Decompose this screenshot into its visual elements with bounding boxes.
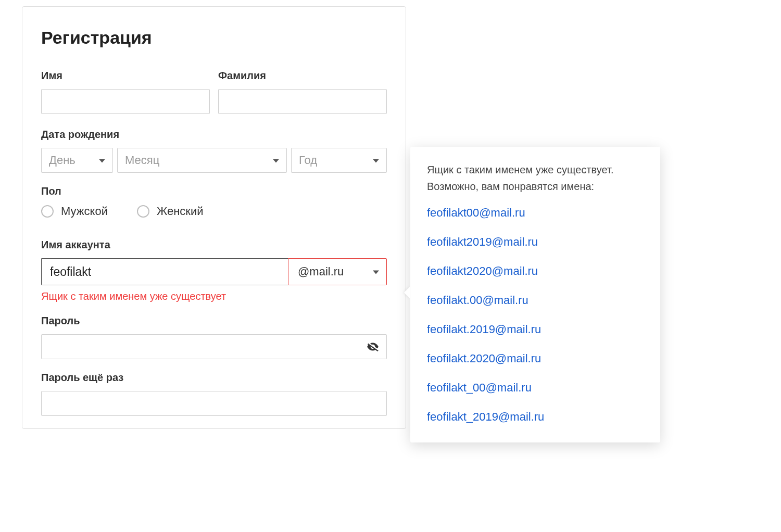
first-name-input[interactable] xyxy=(41,89,210,114)
password-block: Пароль xyxy=(41,315,387,359)
dob-day-placeholder: День xyxy=(49,154,75,167)
suggestion-link[interactable]: feofilakt.2020@mail.ru xyxy=(427,352,644,365)
chevron-down-icon xyxy=(373,271,379,274)
suggestion-link[interactable]: feofilakt00@mail.ru xyxy=(427,206,644,220)
name-row: Имя Фамилия xyxy=(41,70,387,114)
popover-message-line1: Ящик с таким именем уже существует. xyxy=(427,164,613,175)
password-repeat-block: Пароль ещё раз xyxy=(41,372,387,416)
radio-icon xyxy=(137,205,149,218)
dob-year-select[interactable]: Год xyxy=(291,148,387,173)
popover-message: Ящик с таким именем уже существует. Возм… xyxy=(427,161,644,195)
suggestion-link[interactable]: feofilakt2019@mail.ru xyxy=(427,235,644,249)
dob-block: Дата рождения День Месяц Год xyxy=(41,129,387,173)
suggestion-link[interactable]: feofilakt2020@mail.ru xyxy=(427,264,644,278)
dob-day-select[interactable]: День xyxy=(41,148,113,173)
suggestion-link[interactable]: feofilakt.00@mail.ru xyxy=(427,294,644,307)
suggestions-popover: Ящик с таким именем уже существует. Возм… xyxy=(410,147,660,429)
gender-female-radio[interactable]: Женский xyxy=(137,205,204,218)
password-input[interactable] xyxy=(41,334,387,359)
suggestion-link[interactable]: feofilakt_00@mail.ru xyxy=(427,381,644,395)
registration-form: Регистрация Имя Фамилия Дата рождения Де… xyxy=(22,6,406,429)
chevron-down-icon xyxy=(99,159,105,163)
password-repeat-input[interactable] xyxy=(41,391,387,416)
gender-label: Пол xyxy=(41,185,387,197)
first-name-label: Имя xyxy=(41,70,210,82)
suggestion-link[interactable]: feofilakt_2019@mail.ru xyxy=(427,410,644,424)
account-row: @mail.ru xyxy=(41,258,387,285)
dob-month-select[interactable]: Месяц xyxy=(117,148,287,173)
account-block: Имя аккаунта @mail.ru Ящик с таким имене… xyxy=(41,239,387,302)
suggestions-list: feofilakt00@mail.ru feofilakt2019@mail.r… xyxy=(427,206,644,424)
page-title: Регистрация xyxy=(41,28,387,48)
last-name-input[interactable] xyxy=(218,89,387,114)
first-name-field: Имя xyxy=(41,70,210,114)
gender-male-label: Мужской xyxy=(61,205,108,218)
account-error-text: Ящик с таким именем уже существует xyxy=(41,290,387,302)
gender-male-radio[interactable]: Мужской xyxy=(41,205,108,218)
dob-label: Дата рождения xyxy=(41,129,387,141)
dob-row: День Месяц Год xyxy=(41,148,387,173)
suggestion-link[interactable]: feofilakt.2019@mail.ru xyxy=(427,323,644,336)
password-repeat-label: Пароль ещё раз xyxy=(41,372,387,384)
gender-block: Пол Мужской Женский xyxy=(41,185,387,218)
radio-icon xyxy=(41,205,54,218)
gender-female-label: Женский xyxy=(157,205,204,218)
last-name-field: Фамилия xyxy=(218,70,387,114)
account-label: Имя аккаунта xyxy=(41,239,387,251)
dob-year-placeholder: Год xyxy=(299,154,317,167)
password-label: Пароль xyxy=(41,315,387,327)
account-domain-select[interactable]: @mail.ru xyxy=(288,258,387,285)
dob-month-placeholder: Месяц xyxy=(125,154,159,167)
gender-row: Мужской Женский xyxy=(41,205,387,218)
chevron-down-icon xyxy=(373,159,379,163)
password-wrap xyxy=(41,334,387,359)
popover-message-line2: Возможно, вам понравятся имена: xyxy=(427,181,594,192)
account-input[interactable] xyxy=(41,258,288,285)
last-name-label: Фамилия xyxy=(218,70,387,82)
chevron-down-icon xyxy=(273,159,279,163)
eye-off-icon[interactable] xyxy=(366,340,380,353)
account-domain-value: @mail.ru xyxy=(298,265,344,278)
